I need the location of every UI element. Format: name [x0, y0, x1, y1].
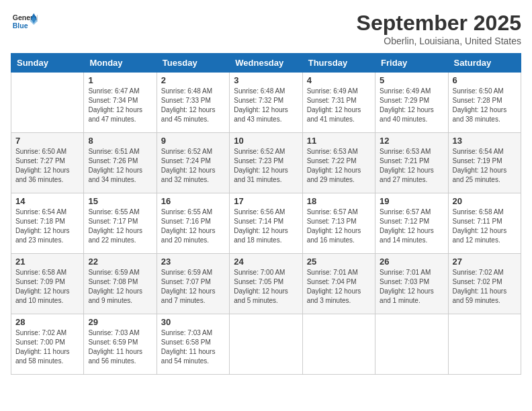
- page-header: General Blue September 2025 Oberlin, Lou…: [11, 11, 521, 46]
- calendar-cell: 16Sunrise: 6:55 AM Sunset: 7:16 PM Dayli…: [157, 193, 229, 254]
- calendar-cell: 13Sunrise: 6:54 AM Sunset: 7:19 PM Dayli…: [448, 133, 521, 193]
- calendar-cell: 5Sunrise: 6:49 AM Sunset: 7:29 PM Daylig…: [375, 73, 448, 133]
- day-number: 11: [307, 136, 371, 146]
- day-info: Sunrise: 6:48 AM Sunset: 7:32 PM Dayligh…: [234, 87, 298, 124]
- day-number: 17: [234, 196, 298, 206]
- day-info: Sunrise: 6:57 AM Sunset: 7:12 PM Dayligh…: [380, 208, 443, 245]
- calendar-cell: [375, 314, 448, 375]
- day-number: 9: [161, 136, 225, 146]
- day-info: Sunrise: 7:03 AM Sunset: 6:58 PM Dayligh…: [161, 328, 225, 366]
- day-number: 3: [234, 75, 298, 85]
- day-number: 7: [15, 136, 79, 146]
- day-info: Sunrise: 6:50 AM Sunset: 7:27 PM Dayligh…: [15, 147, 79, 185]
- month-title: September 2025: [357, 11, 521, 36]
- day-number: 27: [453, 257, 517, 267]
- day-number: 15: [88, 196, 152, 206]
- calendar-cell: 27Sunrise: 7:02 AM Sunset: 7:02 PM Dayli…: [448, 254, 521, 314]
- calendar-cell: 25Sunrise: 7:01 AM Sunset: 7:04 PM Dayli…: [302, 254, 375, 314]
- day-info: Sunrise: 6:56 AM Sunset: 7:14 PM Dayligh…: [234, 208, 298, 245]
- calendar-cell: 30Sunrise: 7:03 AM Sunset: 6:58 PM Dayli…: [157, 314, 229, 375]
- calendar-cell: 2Sunrise: 6:48 AM Sunset: 7:33 PM Daylig…: [157, 73, 229, 133]
- day-number: 24: [234, 257, 298, 267]
- day-info: Sunrise: 6:58 AM Sunset: 7:09 PM Dayligh…: [15, 268, 79, 306]
- calendar-week-2: 7Sunrise: 6:50 AM Sunset: 7:27 PM Daylig…: [11, 133, 521, 193]
- day-number: 18: [307, 196, 371, 206]
- day-info: Sunrise: 6:49 AM Sunset: 7:31 PM Dayligh…: [307, 87, 371, 124]
- day-number: 29: [88, 317, 152, 327]
- calendar-week-1: 1Sunrise: 6:47 AM Sunset: 7:34 PM Daylig…: [11, 73, 521, 133]
- calendar-cell: 21Sunrise: 6:58 AM Sunset: 7:09 PM Dayli…: [11, 254, 84, 314]
- day-info: Sunrise: 6:55 AM Sunset: 7:17 PM Dayligh…: [88, 208, 152, 245]
- day-number: 10: [234, 136, 298, 146]
- calendar-cell: 10Sunrise: 6:52 AM Sunset: 7:23 PM Dayli…: [230, 133, 302, 193]
- calendar-cell: 20Sunrise: 6:58 AM Sunset: 7:11 PM Dayli…: [448, 193, 521, 254]
- calendar-week-5: 28Sunrise: 7:02 AM Sunset: 7:00 PM Dayli…: [11, 314, 521, 375]
- weekday-header-monday: Monday: [84, 54, 157, 73]
- day-number: 23: [161, 257, 225, 267]
- calendar-cell: 12Sunrise: 6:53 AM Sunset: 7:21 PM Dayli…: [375, 133, 448, 193]
- calendar-cell: 29Sunrise: 7:03 AM Sunset: 6:59 PM Dayli…: [84, 314, 157, 375]
- day-info: Sunrise: 6:55 AM Sunset: 7:16 PM Dayligh…: [161, 208, 225, 245]
- weekday-header-friday: Friday: [375, 54, 448, 73]
- calendar-cell: 17Sunrise: 6:56 AM Sunset: 7:14 PM Dayli…: [230, 193, 302, 254]
- day-info: Sunrise: 6:54 AM Sunset: 7:18 PM Dayligh…: [15, 208, 79, 245]
- day-info: Sunrise: 6:52 AM Sunset: 7:23 PM Dayligh…: [234, 147, 298, 185]
- day-number: 1: [88, 75, 152, 85]
- day-number: 20: [453, 196, 517, 206]
- calendar-cell: 1Sunrise: 6:47 AM Sunset: 7:34 PM Daylig…: [84, 73, 157, 133]
- day-number: 5: [380, 75, 443, 85]
- weekday-header-tuesday: Tuesday: [157, 54, 229, 73]
- day-number: 16: [161, 196, 225, 206]
- day-info: Sunrise: 6:49 AM Sunset: 7:29 PM Dayligh…: [380, 87, 443, 124]
- calendar-cell: 19Sunrise: 6:57 AM Sunset: 7:12 PM Dayli…: [375, 193, 448, 254]
- day-info: Sunrise: 6:53 AM Sunset: 7:21 PM Dayligh…: [380, 147, 443, 185]
- logo: General Blue: [11, 11, 40, 31]
- day-number: 2: [161, 75, 225, 85]
- day-info: Sunrise: 7:02 AM Sunset: 7:02 PM Dayligh…: [453, 268, 517, 306]
- calendar-cell: 24Sunrise: 7:00 AM Sunset: 7:05 PM Dayli…: [230, 254, 302, 314]
- day-info: Sunrise: 6:54 AM Sunset: 7:19 PM Dayligh…: [453, 147, 517, 185]
- calendar-cell: 8Sunrise: 6:51 AM Sunset: 7:26 PM Daylig…: [84, 133, 157, 193]
- calendar-cell: 11Sunrise: 6:53 AM Sunset: 7:22 PM Dayli…: [302, 133, 375, 193]
- day-number: 19: [380, 196, 443, 206]
- day-number: 28: [15, 317, 79, 327]
- calendar-week-4: 21Sunrise: 6:58 AM Sunset: 7:09 PM Dayli…: [11, 254, 521, 314]
- day-info: Sunrise: 6:58 AM Sunset: 7:11 PM Dayligh…: [453, 208, 517, 245]
- day-number: 22: [88, 257, 152, 267]
- day-number: 30: [161, 317, 225, 327]
- calendar-table: SundayMondayTuesdayWednesdayThursdayFrid…: [11, 53, 521, 375]
- day-info: Sunrise: 6:52 AM Sunset: 7:24 PM Dayligh…: [161, 147, 225, 185]
- day-info: Sunrise: 6:51 AM Sunset: 7:26 PM Dayligh…: [88, 147, 152, 185]
- calendar-body: 1Sunrise: 6:47 AM Sunset: 7:34 PM Daylig…: [11, 73, 521, 375]
- weekday-header-thursday: Thursday: [302, 54, 375, 73]
- calendar-cell: 9Sunrise: 6:52 AM Sunset: 7:24 PM Daylig…: [157, 133, 229, 193]
- day-number: 21: [15, 257, 79, 267]
- calendar-cell: 6Sunrise: 6:50 AM Sunset: 7:28 PM Daylig…: [448, 73, 521, 133]
- calendar-cell: 3Sunrise: 6:48 AM Sunset: 7:32 PM Daylig…: [230, 73, 302, 133]
- calendar-week-3: 14Sunrise: 6:54 AM Sunset: 7:18 PM Dayli…: [11, 193, 521, 254]
- day-info: Sunrise: 6:59 AM Sunset: 7:08 PM Dayligh…: [88, 268, 152, 306]
- svg-text:Blue: Blue: [13, 21, 28, 30]
- calendar-cell: 26Sunrise: 7:01 AM Sunset: 7:03 PM Dayli…: [375, 254, 448, 314]
- location: Oberlin, Louisiana, United States: [357, 36, 521, 46]
- day-info: Sunrise: 6:59 AM Sunset: 7:07 PM Dayligh…: [161, 268, 225, 306]
- calendar-cell: 4Sunrise: 6:49 AM Sunset: 7:31 PM Daylig…: [302, 73, 375, 133]
- logo-icon: General Blue: [11, 11, 38, 31]
- calendar-cell: [230, 314, 302, 375]
- calendar-cell: 15Sunrise: 6:55 AM Sunset: 7:17 PM Dayli…: [84, 193, 157, 254]
- day-info: Sunrise: 6:50 AM Sunset: 7:28 PM Dayligh…: [453, 87, 517, 124]
- day-number: 14: [15, 196, 79, 206]
- day-number: 13: [453, 136, 517, 146]
- weekday-header-row: SundayMondayTuesdayWednesdayThursdayFrid…: [11, 54, 521, 73]
- calendar-cell: 22Sunrise: 6:59 AM Sunset: 7:08 PM Dayli…: [84, 254, 157, 314]
- day-number: 4: [307, 75, 371, 85]
- day-number: 12: [380, 136, 443, 146]
- day-number: 8: [88, 136, 152, 146]
- calendar-cell: 14Sunrise: 6:54 AM Sunset: 7:18 PM Dayli…: [11, 193, 84, 254]
- day-info: Sunrise: 7:00 AM Sunset: 7:05 PM Dayligh…: [234, 268, 298, 306]
- day-number: 25: [307, 257, 371, 267]
- day-number: 26: [380, 257, 443, 267]
- calendar-cell: 18Sunrise: 6:57 AM Sunset: 7:13 PM Dayli…: [302, 193, 375, 254]
- weekday-header-wednesday: Wednesday: [230, 54, 302, 73]
- calendar-cell: [11, 73, 84, 133]
